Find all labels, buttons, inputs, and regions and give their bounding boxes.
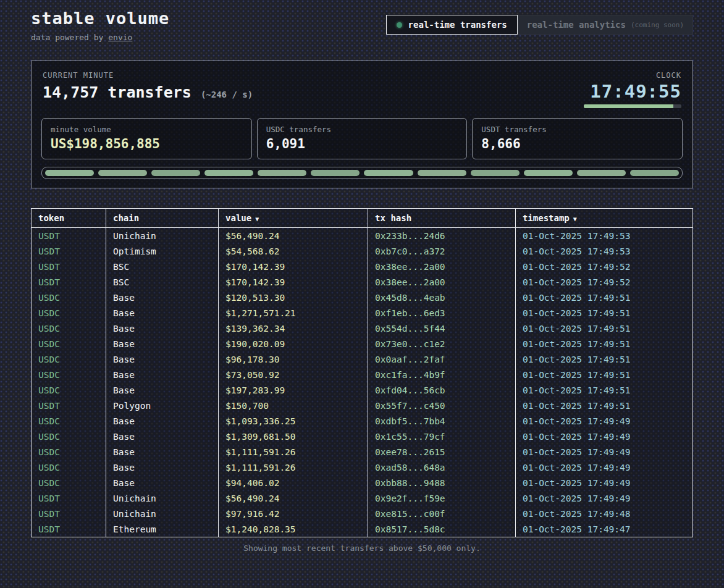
cell-value: $1,271,571.21 bbox=[219, 305, 368, 321]
cell-hash[interactable]: 0xfd04...56cb bbox=[368, 382, 516, 398]
header-value[interactable]: value▼ bbox=[219, 209, 368, 228]
stat-label: USDT transfers bbox=[481, 125, 673, 134]
cell-value: $1,240,828.35 bbox=[219, 521, 368, 537]
cell-token: USDC bbox=[32, 413, 106, 429]
minute-progress-fill bbox=[584, 104, 673, 108]
cell-value: $56,490.24 bbox=[219, 228, 368, 244]
cell-token: USDC bbox=[32, 475, 106, 490]
cell-chain: Base bbox=[106, 321, 219, 336]
cell-token: USDC bbox=[32, 367, 106, 382]
cell-value: $170,142.39 bbox=[219, 274, 368, 290]
stat-boxes: minute volume US$198,856,885 USDC transf… bbox=[41, 118, 683, 159]
table-row: USDCBase$120,513.300x45d8...4eab01-Oct-2… bbox=[32, 290, 693, 305]
view-tabs: real-time transfers real-time analytics … bbox=[386, 15, 693, 35]
table-row: USDCBase$1,111,591.260xad58...648a01-Oct… bbox=[32, 460, 693, 475]
table-row: USDTUnichain$56,490.240x233b...24d601-Oc… bbox=[32, 228, 693, 244]
cell-hash[interactable]: 0x38ee...2a00 bbox=[368, 259, 516, 274]
minute-segment bbox=[630, 170, 679, 176]
coming-soon-note: (coming soon) bbox=[631, 21, 684, 29]
clock-label: CLOCK bbox=[584, 71, 681, 80]
cell-hash[interactable]: 0x1c55...79cf bbox=[368, 429, 516, 444]
transfers-count-number: 14,757 bbox=[43, 83, 98, 101]
sort-desc-icon: ▼ bbox=[255, 216, 259, 222]
cell-value: $197,283.99 bbox=[219, 382, 368, 398]
cell-chain: Base bbox=[106, 444, 219, 460]
envio-link[interactable]: envio bbox=[108, 33, 132, 42]
table-row: USDCBase$94,406.020xbb88...948801-Oct-20… bbox=[32, 475, 693, 490]
header-chain: chain bbox=[106, 209, 219, 228]
table-row: USDTEthereum$1,240,828.350x8517...5d8c01… bbox=[32, 521, 693, 537]
header-timestamp[interactable]: timestamp▼ bbox=[515, 209, 692, 228]
cell-hash[interactable]: 0x554d...5f44 bbox=[368, 321, 516, 336]
cell-value: $94,406.02 bbox=[219, 475, 368, 490]
cell-hash[interactable]: 0x233b...24d6 bbox=[368, 228, 516, 244]
table-row: USDCBase$1,309,681.500x1c55...79cf01-Oct… bbox=[32, 429, 693, 444]
transfers-rate: (~246 / s) bbox=[201, 90, 253, 99]
clock-time: 17:49:55 bbox=[584, 81, 681, 102]
cell-token: USDC bbox=[32, 429, 106, 444]
cell-time: 01-Oct-2025 17:49:51 bbox=[515, 321, 692, 336]
tab-real-time-transfers[interactable]: real-time transfers bbox=[386, 15, 518, 35]
cell-hash[interactable]: 0xf1eb...6ed3 bbox=[368, 305, 516, 321]
usdc-transfers-value: 6,091 bbox=[266, 136, 458, 151]
cell-value: $96,178.30 bbox=[219, 351, 368, 367]
header-token: token bbox=[32, 209, 106, 228]
cell-token: USDT bbox=[32, 243, 106, 259]
cell-chain: Base bbox=[106, 475, 219, 490]
cell-value: $1,111,591.26 bbox=[219, 460, 368, 475]
cell-time: 01-Oct-2025 17:49:51 bbox=[515, 351, 692, 367]
table-row: USDTBSC$170,142.390x38ee...2a0001-Oct-20… bbox=[32, 274, 693, 290]
cell-hash[interactable]: 0x8517...5d8c bbox=[368, 521, 516, 537]
cell-chain: Base bbox=[106, 305, 219, 321]
cell-hash[interactable]: 0x9e2f...f59e bbox=[368, 490, 516, 506]
minute-segment bbox=[471, 170, 520, 176]
cell-hash[interactable]: 0x55f7...c450 bbox=[368, 398, 516, 413]
cell-value: $190,020.09 bbox=[219, 336, 368, 351]
cell-chain: Base bbox=[106, 460, 219, 475]
table-row: USDCBase$96,178.300x0aaf...2faf01-Oct-20… bbox=[32, 351, 693, 367]
cell-value: $150,700 bbox=[219, 398, 368, 413]
live-dot-icon bbox=[397, 22, 402, 28]
tab-analytics-label: real-time analytics bbox=[527, 20, 626, 30]
cell-hash[interactable]: 0x73e0...c1e2 bbox=[368, 336, 516, 351]
powered-by-text: data powered by bbox=[31, 33, 108, 42]
table-row: USDTUnichain$97,916.420xe815...c00f01-Oc… bbox=[32, 506, 693, 521]
cell-hash[interactable]: 0xad58...648a bbox=[368, 460, 516, 475]
cell-hash[interactable]: 0x0aaf...2faf bbox=[368, 351, 516, 367]
cell-token: USDC bbox=[32, 290, 106, 305]
cell-time: 01-Oct-2025 17:49:51 bbox=[515, 336, 692, 351]
stat-box-usdc-transfers: USDC transfers 6,091 bbox=[257, 118, 468, 159]
cell-hash[interactable]: 0xee78...2615 bbox=[368, 444, 516, 460]
cell-chain: Base bbox=[106, 413, 219, 429]
cell-time: 01-Oct-2025 17:49:53 bbox=[515, 243, 692, 259]
cell-token: USDC bbox=[32, 460, 106, 475]
tab-transfers-label: real-time transfers bbox=[408, 20, 507, 30]
cell-hash[interactable]: 0xb7c0...a372 bbox=[368, 243, 516, 259]
cell-time: 01-Oct-2025 17:49:51 bbox=[515, 367, 692, 382]
cell-token: USDT bbox=[32, 398, 106, 413]
stat-label: minute volume bbox=[51, 125, 243, 134]
cell-value: $139,362.34 bbox=[219, 321, 368, 336]
cell-time: 01-Oct-2025 17:49:51 bbox=[515, 398, 692, 413]
sort-desc-icon: ▼ bbox=[573, 216, 577, 222]
table-row: USDTPolygon$150,7000x55f7...c45001-Oct-2… bbox=[32, 398, 693, 413]
cell-chain: Ethereum bbox=[106, 521, 219, 537]
cell-hash[interactable]: 0xe815...c00f bbox=[368, 506, 516, 521]
cell-chain: Unichain bbox=[106, 490, 219, 506]
cell-hash[interactable]: 0xc1fa...4b9f bbox=[368, 367, 516, 382]
cell-time: 01-Oct-2025 17:49:49 bbox=[515, 475, 692, 490]
cell-time: 01-Oct-2025 17:49:48 bbox=[515, 506, 692, 521]
cell-value: $1,093,336.25 bbox=[219, 413, 368, 429]
cell-hash[interactable]: 0x45d8...4eab bbox=[368, 290, 516, 305]
cell-time: 01-Oct-2025 17:49:52 bbox=[515, 274, 692, 290]
cell-hash[interactable]: 0x38ee...2a00 bbox=[368, 274, 516, 290]
cell-chain: Base bbox=[106, 351, 219, 367]
cell-value: $54,568.62 bbox=[219, 243, 368, 259]
cell-hash[interactable]: 0xbb88...9488 bbox=[368, 475, 516, 490]
usdt-transfers-value: 8,666 bbox=[481, 136, 673, 151]
minute-segment bbox=[204, 170, 253, 176]
topbar: stable volume data powered by envio real… bbox=[31, 9, 693, 42]
cell-time: 01-Oct-2025 17:49:47 bbox=[515, 521, 692, 537]
cell-hash[interactable]: 0xdbf5...7bb4 bbox=[368, 413, 516, 429]
transfers-summary: CURRENT MINUTE 14,757 transfers (~246 / … bbox=[43, 71, 253, 101]
